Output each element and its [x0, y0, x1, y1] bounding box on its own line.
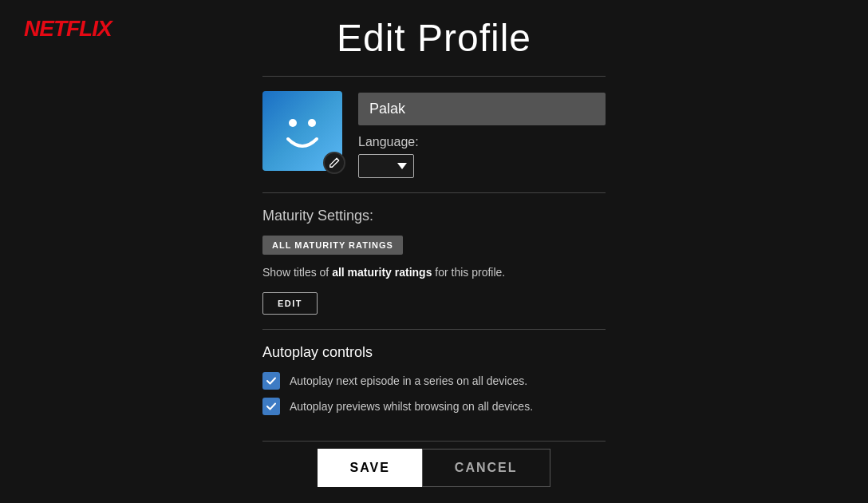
autoplay-episodes-checkbox[interactable]	[262, 372, 280, 390]
maturity-description: Show titles of all maturity ratings for …	[262, 264, 606, 281]
autoplay-previews-item: Autoplay previews whilst browsing on all…	[262, 398, 606, 415]
maturity-desc-bold: all maturity ratings	[332, 266, 432, 279]
language-select[interactable]: English Hindi French Spanish	[358, 154, 414, 178]
autoplay-episodes-label: Autoplay next episode in a series on all…	[290, 374, 527, 387]
profile-inputs: Language: English Hindi French Spanish	[358, 91, 606, 178]
avatar-container	[262, 91, 342, 171]
checkmark-icon-2	[266, 401, 277, 412]
pencil-icon	[329, 157, 340, 168]
maturity-section: Maturity Settings: ALL MATURITY RATINGS …	[262, 192, 606, 329]
save-button[interactable]: SAVE	[318, 449, 421, 487]
maturity-title: Maturity Settings:	[262, 208, 606, 224]
maturity-desc-prefix: Show titles of	[262, 266, 332, 279]
bottom-buttons: SAVE CANCEL	[0, 436, 868, 503]
maturity-edit-button[interactable]: EDIT	[262, 292, 318, 315]
svg-point-1	[308, 119, 316, 127]
avatar-face	[270, 99, 334, 163]
page-title: Edit Profile	[337, 16, 531, 60]
profile-section: Language: English Hindi French Spanish	[262, 91, 606, 178]
autoplay-section: Autoplay controls Autoplay next episode …	[262, 329, 606, 438]
autoplay-title: Autoplay controls	[262, 344, 606, 361]
language-label: Language:	[358, 135, 606, 149]
maturity-desc-suffix: for this profile.	[432, 266, 505, 279]
cancel-button[interactable]: CANCEL	[422, 449, 550, 487]
top-divider	[262, 76, 606, 77]
checkmark-icon	[266, 375, 277, 386]
autoplay-previews-label: Autoplay previews whilst browsing on all…	[290, 400, 533, 413]
autoplay-episodes-item: Autoplay next episode in a series on all…	[262, 372, 606, 390]
maturity-badge: ALL MATURITY RATINGS	[262, 236, 403, 255]
language-section: Language: English Hindi French Spanish	[358, 135, 606, 178]
main-content: Edit Profile	[0, 0, 868, 503]
profile-name-input[interactable]	[358, 93, 606, 125]
edit-avatar-button[interactable]	[323, 152, 345, 174]
svg-point-0	[289, 119, 297, 127]
autoplay-previews-checkbox[interactable]	[262, 398, 280, 415]
